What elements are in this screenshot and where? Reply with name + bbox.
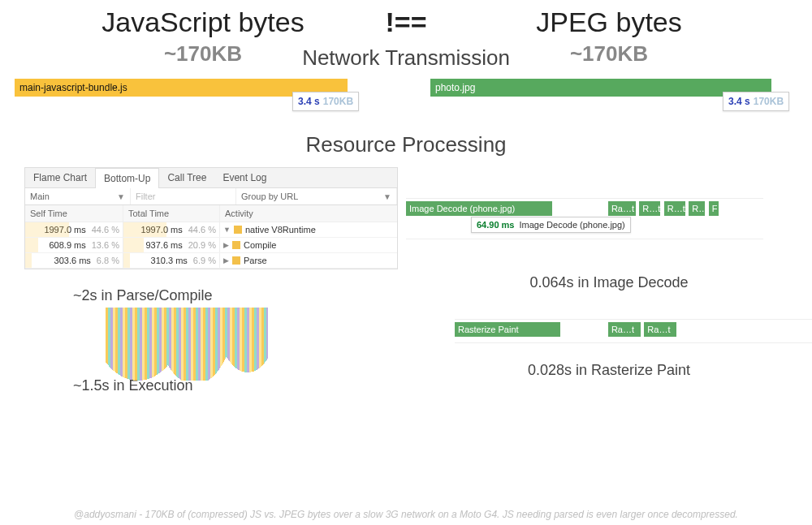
section-processing: Resource Processing: [0, 132, 812, 157]
jpeg-network-metric: 3.4 s 170KB: [723, 92, 789, 111]
raster-small-block: Ra…t: [608, 322, 641, 337]
chevron-down-icon: ▼: [84, 192, 125, 201]
cell-self-time: 608.9 ms13.6 %: [25, 238, 123, 252]
jpeg-size: 170KB: [754, 96, 784, 107]
decode-tooltip: 64.90 ms Image Decode (phone.jpg): [471, 217, 631, 233]
cell-activity: ▼native V8Runtime: [220, 222, 397, 237]
cell-total-time: 1997.0 ms44.6 %: [123, 222, 220, 237]
decode-small-block: R…: [689, 201, 705, 216]
decode-small-block: R…t: [664, 201, 685, 216]
tab-event-log[interactable]: Event Log: [214, 168, 274, 187]
col-self-time[interactable]: Self Time: [25, 205, 123, 222]
expand-icon[interactable]: ▼: [223, 226, 231, 234]
table-row[interactable]: 303.6 ms6.8 %310.3 ms6.9 %▶Parse: [25, 253, 397, 269]
decode-small-block: F: [709, 201, 719, 216]
caption-raster: 0.028s in Rasterize Paint: [406, 362, 812, 379]
tab-flame-chart[interactable]: Flame Chart: [25, 168, 95, 187]
table-row[interactable]: 608.9 ms13.6 %937.6 ms20.9 %▶Compile: [25, 238, 397, 253]
decode-main-block: Image Decode (phone.jpg): [406, 201, 552, 216]
cell-total-time: 937.6 ms20.9 %: [123, 238, 220, 252]
tab-call-tree[interactable]: Call Tree: [159, 168, 214, 187]
cell-total-time: 310.3 ms6.9 %: [123, 253, 220, 268]
caption-image-decode: 0.064s in Image Decode: [406, 274, 812, 291]
decode-small-block: R…t: [639, 201, 660, 216]
flame-chart-thumbnail: [106, 308, 268, 381]
js-time: 3.4 s: [298, 96, 320, 107]
rasterize-timeline: Rasterize Paint Ra…t Ra…t: [455, 319, 812, 352]
raster-main-block: Rasterize Paint: [455, 322, 560, 337]
filter-placeholder: Filter: [136, 191, 155, 201]
devtools-panel: Flame Chart Bottom-Up Call Tree Event Lo…: [24, 167, 398, 269]
left-title: JavaScript bytes: [102, 6, 304, 38]
tab-bottom-up[interactable]: Bottom-Up: [95, 168, 159, 188]
activity-swatch-icon: [234, 226, 242, 234]
decode-tooltip-time: 64.90 ms: [477, 220, 514, 230]
jpeg-time: 3.4 s: [728, 96, 750, 107]
filter-scope[interactable]: Main ▼: [25, 188, 131, 204]
decode-small-block: Ra…t: [608, 201, 636, 216]
js-network-metric: 3.4 s 170KB: [292, 92, 359, 111]
image-decode-timeline: Image Decode (phone.jpg) Ra…t R…t R…t R……: [406, 198, 763, 253]
filter-scope-label: Main: [30, 191, 50, 201]
cell-activity: ▶Compile: [220, 238, 397, 252]
expand-icon[interactable]: ▶: [223, 241, 229, 249]
col-activity[interactable]: Activity: [220, 205, 397, 222]
chevron-down-icon: ▼: [351, 192, 391, 201]
col-total-time[interactable]: Total Time: [123, 205, 220, 222]
activity-swatch-icon: [232, 256, 240, 265]
table-row[interactable]: 1997.0 ms44.6 %1997.0 ms44.6 %▼native V8…: [25, 222, 397, 238]
devtools-tabs: Flame Chart Bottom-Up Call Tree Event Lo…: [25, 168, 397, 188]
cell-activity: ▶Parse: [220, 253, 397, 268]
left-size: ~170KB: [164, 41, 242, 67]
decode-tooltip-label: Image Decode (phone.jpg): [519, 220, 624, 230]
right-title: JPEG bytes: [536, 6, 682, 38]
filter-input[interactable]: Filter: [131, 188, 236, 204]
caption-parse-compile: ~2s in Parse/Compile: [73, 287, 406, 304]
jpeg-network-bar: photo.jpg: [430, 79, 771, 97]
filter-group-label: Group by URL: [241, 191, 298, 201]
raster-small-block: Ra…t: [644, 322, 676, 337]
expand-icon[interactable]: ▶: [223, 256, 229, 265]
devtools-filters: Main ▼ Filter Group by URL ▼: [25, 188, 397, 205]
footer-credit: @addyosmani - 170KB of (compressed) JS v…: [0, 509, 812, 520]
table-header: Self Time Total Time Activity: [25, 205, 397, 222]
filter-group[interactable]: Group by URL ▼: [236, 188, 397, 204]
js-size: 170KB: [323, 96, 353, 107]
cell-self-time: 1997.0 ms44.6 %: [25, 222, 123, 237]
activity-swatch-icon: [232, 241, 240, 249]
right-size: ~170KB: [570, 41, 648, 67]
cell-self-time: 303.6 ms6.8 %: [25, 253, 123, 268]
